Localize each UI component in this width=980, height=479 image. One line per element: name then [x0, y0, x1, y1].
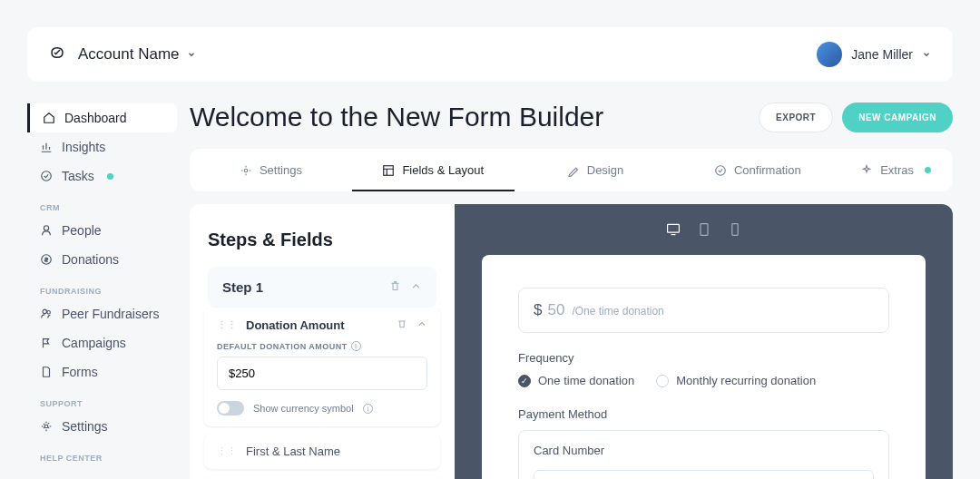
show-currency-toggle[interactable]	[217, 401, 244, 415]
radio-icon	[518, 375, 531, 387]
sidebar-item-settings[interactable]: Settings	[27, 412, 177, 441]
sidebar-item-campaigns[interactable]: Campaigns	[27, 328, 177, 357]
sidebar-item-label: Dashboard	[64, 111, 127, 125]
card-number-input[interactable]: Card number MM / YY CVC	[534, 470, 874, 479]
sidebar-item-label: Insights	[62, 140, 105, 154]
tab-label: Extras	[880, 163, 914, 177]
sidebar-item-donations[interactable]: Donations	[27, 245, 177, 274]
device-desktop-icon[interactable]	[666, 222, 681, 237]
steps-title: Steps & Fields	[208, 230, 436, 250]
tab-confirmation[interactable]: Confirmation	[676, 149, 838, 191]
svg-point-8	[716, 165, 726, 175]
device-mobile-icon[interactable]	[728, 222, 742, 237]
logo-handshake-icon	[49, 44, 65, 64]
chart-icon	[40, 141, 53, 153]
sidebar-item-label: Peer Fundraisers	[62, 307, 159, 321]
sidebar-item-label: Forms	[62, 365, 98, 379]
tab-design[interactable]: Design	[514, 149, 677, 191]
radio-label: One time donation	[538, 374, 634, 387]
svg-point-0	[42, 171, 52, 181]
account-switcher[interactable]: Account Name	[78, 45, 196, 64]
sidebar-section-crm: CRM	[27, 191, 177, 216]
home-icon	[43, 112, 55, 124]
sidebar-item-dashboard[interactable]: Dashboard	[27, 103, 177, 132]
sidebar-item-peer-fundraisers[interactable]: Peer Fundraisers	[27, 299, 177, 328]
badge-dot	[925, 167, 931, 173]
svg-point-3	[43, 309, 46, 313]
tab-settings[interactable]: Settings	[190, 149, 352, 191]
amount-note: /One time donation	[572, 305, 663, 318]
chevron-up-icon[interactable]	[410, 279, 422, 295]
field-title: Donation Amount	[246, 318, 345, 332]
sidebar-item-people[interactable]: People	[27, 216, 177, 245]
sparkle-icon	[860, 164, 873, 177]
tab-label: Settings	[260, 163, 302, 177]
tab-label: Design	[587, 163, 623, 177]
svg-rect-10	[701, 224, 708, 236]
field-card-donation-amount: ⋮⋮ Donation Amount DEFAULT DONATION AMOU…	[204, 308, 440, 426]
check-badge-icon	[714, 164, 727, 177]
radio-label: Monthly recurring donation	[676, 374, 816, 387]
radio-one-time[interactable]: One time donation	[518, 374, 634, 387]
chevron-up-icon[interactable]	[416, 318, 427, 332]
sidebar-item-insights[interactable]: Insights	[27, 132, 177, 161]
layout-icon	[382, 164, 395, 177]
payment-method-label: Payment Method	[518, 407, 889, 421]
user-icon	[40, 224, 53, 237]
sidebar-item-label: Settings	[62, 419, 108, 434]
tab-extras[interactable]: Extras	[838, 149, 953, 191]
sidebar-help-center[interactable]: HELP CENTER	[27, 441, 177, 466]
currency-symbol: $	[534, 301, 542, 319]
frequency-label: Frequency	[518, 351, 889, 365]
device-tablet-icon[interactable]	[697, 222, 711, 237]
user-name-label: Jane Miller	[851, 47, 913, 62]
svg-rect-11	[731, 224, 737, 236]
sidebar-item-tasks[interactable]: Tasks	[27, 161, 177, 191]
amount-input-preview[interactable]: $ 50 /One time donation	[518, 288, 889, 333]
preview-pane: $ 50 /One time donation Frequency One ti…	[455, 204, 953, 479]
trash-icon[interactable]	[397, 318, 407, 332]
card-number-label: Card Number	[534, 444, 874, 457]
chevron-down-icon	[922, 50, 931, 59]
builder-tabs: Settings Fields & Layout Design Confirma…	[190, 149, 953, 191]
dollar-circle-icon	[40, 253, 53, 266]
info-icon[interactable]: i	[363, 404, 373, 414]
tab-fields-layout[interactable]: Fields & Layout	[352, 149, 514, 191]
gear-icon	[240, 164, 252, 177]
account-name-label: Account Name	[78, 45, 180, 64]
svg-point-1	[44, 226, 48, 230]
sidebar-item-forms[interactable]: Forms	[27, 357, 177, 386]
field-card-name[interactable]: ⋮⋮ First & Last Name	[204, 434, 440, 469]
sidebar-item-label: Tasks	[62, 169, 94, 183]
svg-point-5	[44, 425, 48, 428]
form-preview: $ 50 /One time donation Frequency One ti…	[482, 255, 926, 479]
step-header[interactable]: Step 1	[208, 267, 436, 308]
badge-dot	[107, 173, 113, 180]
toggle-label: Show currency symbol	[253, 403, 354, 414]
trash-icon[interactable]	[389, 279, 401, 295]
default-amount-input[interactable]	[217, 357, 427, 390]
palette-icon	[567, 164, 580, 177]
drag-handle-icon[interactable]: ⋮⋮	[217, 319, 237, 331]
flag-icon	[40, 337, 53, 349]
svg-rect-7	[384, 165, 394, 175]
check-circle-icon	[40, 170, 53, 182]
svg-point-4	[47, 311, 51, 315]
radio-icon	[656, 375, 669, 387]
default-amount-label: DEFAULT DONATION AMOUNT i	[217, 341, 427, 351]
field-title: First & Last Name	[246, 445, 340, 458]
tab-label: Confirmation	[734, 163, 801, 177]
info-icon[interactable]: i	[351, 341, 361, 351]
user-menu[interactable]: Jane Miller	[817, 42, 931, 67]
export-button[interactable]: EXPORT	[759, 103, 833, 132]
drag-handle-icon[interactable]: ⋮⋮	[217, 445, 237, 457]
new-campaign-button[interactable]: NEW CAMPAIGN	[842, 103, 953, 132]
card-box: Card Number Card number MM / YY CVC	[518, 430, 889, 479]
svg-rect-9	[667, 224, 679, 232]
sidebar-item-label: Donations	[62, 252, 119, 267]
radio-monthly[interactable]: Monthly recurring donation	[656, 374, 816, 387]
users-icon	[40, 308, 53, 320]
svg-point-6	[244, 169, 248, 172]
sidebar-section-fundraising: FUNDRAISING	[27, 274, 177, 299]
tab-label: Fields & Layout	[402, 163, 484, 177]
